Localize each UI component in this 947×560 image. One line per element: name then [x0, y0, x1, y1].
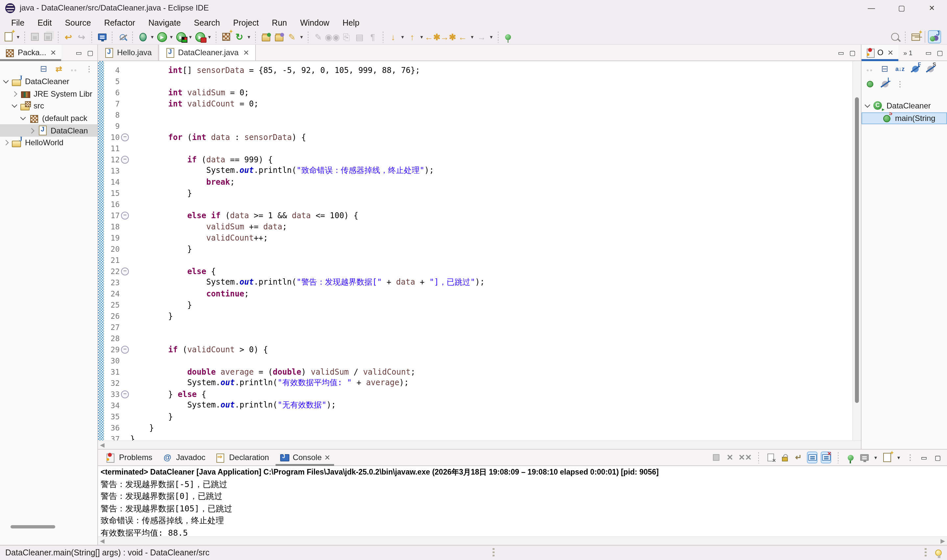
last-edit-back-icon[interactable]: ←✱: [425, 30, 440, 43]
remove-launch-icon[interactable]: ✕: [725, 452, 735, 463]
statusbar-handle[interactable]: [492, 548, 495, 557]
editor-vscrollbar[interactable]: [852, 61, 861, 440]
outline-item-main-string[interactable]: main(String: [861, 112, 947, 124]
compare-icon[interactable]: ⎘: [340, 30, 353, 43]
notification-bulb-icon[interactable]: [935, 549, 942, 556]
fold-collapse-icon[interactable]: [120, 211, 130, 219]
pkg-item-jre-system-libr[interactable]: JRE System Libr: [0, 88, 97, 100]
menu-help[interactable]: Help: [337, 17, 365, 29]
search-icon[interactable]: [888, 30, 902, 43]
terminate-icon[interactable]: [711, 452, 721, 463]
pkg-item-src[interactable]: src: [0, 100, 97, 112]
scroll-lock-icon[interactable]: [779, 452, 790, 463]
minimize-view-icon[interactable]: ▭: [838, 49, 844, 56]
tab-package-explorer[interactable]: Packa... ✕: [0, 45, 61, 60]
close-icon[interactable]: ✕: [917, 0, 947, 16]
close-icon[interactable]: ✕: [243, 48, 249, 57]
pkg-item-dataclean[interactable]: DataClean: [0, 125, 97, 137]
hide-static-members-icon[interactable]: [925, 63, 936, 74]
previous-annotation-icon[interactable]: ↑: [405, 30, 419, 43]
profile-icon[interactable]: [193, 30, 206, 43]
last-edit-forward-icon[interactable]: →✱: [440, 30, 456, 43]
fold-collapse-icon[interactable]: [120, 267, 130, 275]
show-on-stdout-icon[interactable]: [807, 452, 818, 463]
new-java-project-icon[interactable]: [220, 30, 233, 43]
pin-console-icon[interactable]: [845, 452, 856, 463]
menu-search[interactable]: Search: [188, 17, 226, 29]
back-history-dropdown-icon[interactable]: [469, 30, 475, 43]
editor-hscrollbar[interactable]: ◀: [98, 440, 861, 449]
maximize-view-icon[interactable]: ▢: [849, 49, 856, 56]
editor-tab-datacleaner-java[interactable]: DataCleaner.java✕: [158, 45, 256, 60]
save-icon[interactable]: [28, 30, 42, 43]
fold-collapse-icon[interactable]: [120, 345, 130, 353]
view-menu-icon[interactable]: [895, 78, 905, 89]
pin-editor-icon[interactable]: [502, 30, 514, 43]
remove-all-terminated-icon[interactable]: ✕✕: [739, 452, 752, 463]
show-on-stderr-icon[interactable]: [821, 452, 831, 463]
scroll-left-icon[interactable]: ◀: [100, 538, 105, 544]
clear-console-icon[interactable]: [765, 452, 776, 463]
maximize-view-icon[interactable]: ▢: [933, 452, 943, 463]
close-icon[interactable]: ✕: [324, 453, 330, 462]
open-console-dropdown-icon[interactable]: [896, 451, 902, 464]
coverage-dropdown-icon[interactable]: [188, 30, 193, 43]
fold-collapse-icon[interactable]: [120, 133, 130, 141]
package-explorer-hscrollbar[interactable]: [0, 523, 97, 531]
highlighter-dropdown-icon[interactable]: [299, 30, 305, 43]
view-menu-icon[interactable]: [905, 452, 915, 463]
java-perspective-icon[interactable]: [928, 30, 941, 43]
display-console-dropdown-icon[interactable]: [873, 451, 879, 464]
display-console-icon[interactable]: [859, 452, 869, 463]
link-with-editor-icon[interactable]: [53, 63, 65, 74]
console-hscrollbar[interactable]: ◀ ▶: [98, 536, 947, 545]
menu-edit[interactable]: Edit: [32, 17, 57, 29]
scroll-left-icon[interactable]: ◀: [100, 442, 105, 448]
scroll-right-icon[interactable]: ▶: [941, 538, 945, 544]
undo-icon[interactable]: ↩: [62, 30, 75, 43]
close-icon[interactable]: ✕: [50, 48, 56, 57]
open-resource-icon[interactable]: [272, 30, 285, 43]
menu-project[interactable]: Project: [227, 17, 265, 29]
new-dropdown-icon[interactable]: [15, 30, 21, 43]
maximize-view-icon[interactable]: ▢: [87, 49, 93, 56]
run-icon[interactable]: [155, 30, 168, 43]
collapse-all-icon[interactable]: [38, 63, 49, 74]
annotate-icon[interactable]: ✎: [312, 30, 325, 43]
debug-icon[interactable]: [136, 30, 149, 43]
console-output[interactable]: 警告：发现越界数据[-5]，已跳过警告：发现越界数据[0]，已跳过警告：发现越界…: [98, 478, 947, 536]
pkg-item-datacleaner[interactable]: DataCleaner: [0, 75, 97, 88]
new-wizard-icon[interactable]: [2, 30, 15, 43]
team-icon[interactable]: ◉◉: [325, 30, 340, 43]
menu-navigate[interactable]: Navigate: [142, 17, 187, 29]
console-tab-console[interactable]: Console✕: [274, 449, 336, 465]
sort-icon[interactable]: [895, 63, 905, 74]
vscroll-thumb[interactable]: [855, 97, 859, 403]
forward-history-icon[interactable]: →: [475, 30, 488, 43]
minimize-view-icon[interactable]: ▭: [75, 49, 82, 56]
menu-refactor[interactable]: Refactor: [98, 17, 142, 29]
outline-item-datacleaner[interactable]: DataCleaner: [861, 100, 947, 112]
run-dropdown-icon[interactable]: [168, 30, 174, 43]
previous-annotation-dropdown-icon[interactable]: [419, 30, 425, 43]
menu-file[interactable]: File: [5, 17, 30, 29]
maximize-icon[interactable]: ▢: [887, 0, 917, 16]
update-icon[interactable]: ↻: [233, 30, 246, 43]
console-tab-problems[interactable]: Problems: [101, 449, 157, 465]
fold-collapse-icon[interactable]: [120, 155, 130, 163]
profile-dropdown-icon[interactable]: [206, 30, 212, 43]
debug-dropdown-icon[interactable]: [149, 30, 155, 43]
code-editor[interactable]: 4 int[] sensorData = {85, -5, 92, 0, 105…: [98, 61, 861, 440]
open-type-icon[interactable]: [259, 30, 272, 43]
word-wrap-icon[interactable]: [793, 452, 804, 463]
next-annotation-icon[interactable]: ↓: [386, 30, 399, 43]
highlighter-icon[interactable]: ✎: [285, 30, 299, 43]
skip-breakpoints-icon[interactable]: [116, 30, 129, 43]
coverage-icon[interactable]: [174, 30, 188, 43]
fold-collapse-icon[interactable]: [120, 390, 130, 398]
view-menu-icon[interactable]: [83, 63, 95, 74]
console-tab-declaration[interactable]: Declaration: [211, 449, 274, 465]
menu-window[interactable]: Window: [294, 17, 336, 29]
hide-non-public-icon[interactable]: [864, 78, 875, 89]
hide-local-types-icon[interactable]: [879, 78, 890, 89]
